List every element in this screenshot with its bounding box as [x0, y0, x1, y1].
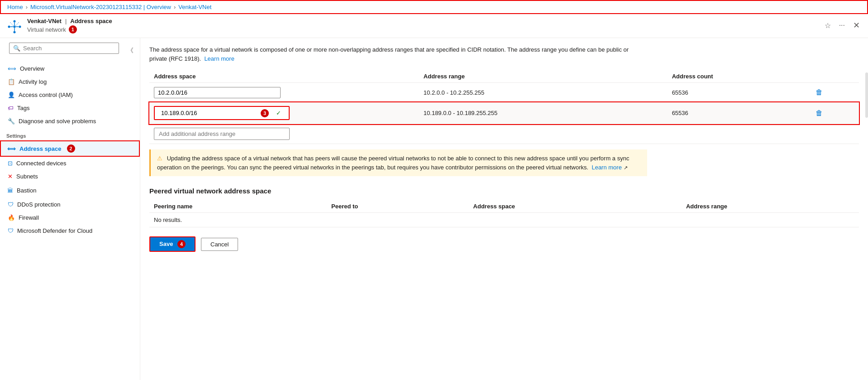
col-address-count: Address count: [668, 70, 810, 83]
svg-point-0: [14, 26, 16, 28]
sidebar-search[interactable]: 🔍: [9, 43, 119, 54]
sidebar-item-activity-log[interactable]: 📋 Activity log: [0, 75, 140, 88]
svg-point-2: [19, 26, 21, 28]
sidebar-item-label: Tags: [17, 105, 29, 111]
tags-icon: 🏷: [8, 105, 14, 111]
address-count-2: 65536: [668, 102, 810, 124]
address-range-2: 10.189.0.0 - 10.189.255.255: [419, 102, 668, 124]
col-address-space: Address space: [149, 70, 419, 83]
sidebar-item-subnets[interactable]: ✕ Subnets: [0, 170, 140, 183]
diagnose-icon: 🔧: [8, 118, 15, 125]
address-range-1: 10.2.0.0 - 10.2.255.255: [419, 83, 668, 102]
svg-point-1: [8, 26, 10, 28]
svg-point-4: [14, 31, 16, 34]
peered-table: Peering name Peered to Address space Add…: [149, 200, 859, 227]
svg-point-3: [14, 20, 16, 23]
breadcrumb-vnet-name[interactable]: Venkat-VNet: [178, 4, 211, 10]
search-input[interactable]: [23, 45, 115, 52]
bastion-icon: 🏛: [7, 187, 13, 194]
col-address-range: Address range: [419, 70, 668, 83]
overview-icon: ⟺: [8, 65, 16, 72]
sidebar-item-label: Connected devices: [16, 160, 67, 167]
subnets-icon: ✕: [8, 173, 13, 180]
description-text: The address space for a virtual network …: [149, 45, 647, 63]
breadcrumb-home[interactable]: Home: [7, 4, 23, 10]
action-row: Save 4 Cancel: [149, 236, 859, 252]
sidebar-item-label: DDoS protection: [17, 201, 60, 208]
sidebar-item-overview[interactable]: ⟺ Overview: [0, 62, 140, 75]
col-peered-address-range: Address range: [682, 200, 859, 213]
address-space-input-1[interactable]: [154, 87, 281, 98]
address-space-table: Address space Address range Address coun…: [149, 70, 859, 144]
table-row-highlighted: 3 ✓ 10.189.0.0 - 10.189.255.255 65536 🗑: [149, 102, 859, 124]
warning-icon: ⚠: [157, 155, 162, 162]
no-results-text: No results.: [149, 213, 859, 227]
breadcrumb-vnet-overview[interactable]: Microsoft.VirtualNetwork-20230123115332 …: [30, 4, 171, 10]
check-icon: ✓: [276, 110, 281, 116]
svg-line-9: [10, 23, 14, 26]
sidebar-item-label: Firewall: [19, 214, 39, 221]
access-icon: 👤: [8, 91, 15, 98]
page-title: Venkat-VNet | Address space: [27, 18, 112, 24]
save-button[interactable]: Save 4: [149, 236, 196, 252]
vnet-icon: [6, 19, 23, 35]
badge-1: 1: [69, 25, 77, 34]
search-icon: 🔍: [13, 45, 20, 52]
more-options-button[interactable]: ···: [837, 20, 847, 30]
breadcrumb: Home › Microsoft.VirtualNetwork-20230123…: [0, 0, 868, 14]
sidebar-item-tags[interactable]: 🏷 Tags: [0, 101, 140, 115]
sidebar-item-connected-devices[interactable]: ⊡ Connected devices: [0, 157, 140, 170]
badge-3: 3: [261, 109, 269, 117]
warning-box: ⚠ Updating the address space of a virtua…: [149, 149, 647, 176]
sidebar-item-label: Activity log: [19, 78, 47, 85]
defender-icon: 🛡: [8, 227, 14, 234]
peered-section-title: Peered virtual network address space: [149, 187, 859, 195]
col-peering-name: Peering name: [149, 200, 327, 213]
sidebar-item-label: Subnets: [16, 173, 38, 180]
add-range-row: [149, 124, 859, 144]
body-layout: 🔍 《 ⟺ Overview 📋 Activity log 👤 Access c…: [0, 38, 868, 380]
sidebar-item-label: Diagnose and solve problems: [19, 118, 96, 125]
badge-4: 4: [177, 240, 186, 248]
sidebar: 🔍 《 ⟺ Overview 📋 Activity log 👤 Access c…: [0, 38, 140, 380]
sidebar-item-defender[interactable]: 🛡 Microsoft Defender for Cloud: [0, 224, 140, 237]
main-content: The address space for a virtual network …: [140, 38, 868, 380]
cancel-button[interactable]: Cancel: [201, 238, 238, 251]
address-count-1: 65536: [668, 83, 810, 102]
delete-row-1-button[interactable]: 🗑: [814, 87, 825, 98]
ddos-icon: 🛡: [8, 201, 14, 208]
favorite-button[interactable]: ☆: [823, 20, 833, 31]
sidebar-item-label: Microsoft Defender for Cloud: [17, 227, 92, 234]
sidebar-item-label: Overview: [20, 65, 44, 72]
sidebar-item-label: Address space: [19, 145, 62, 152]
page-header: Venkat-VNet | Address space Virtual netw…: [0, 14, 868, 38]
sidebar-item-label: Access control (IAM): [19, 91, 73, 98]
connected-icon: ⊡: [8, 160, 13, 167]
settings-section-label: Settings: [0, 128, 140, 140]
close-button[interactable]: ✕: [851, 19, 862, 31]
collapse-sidebar-button[interactable]: 《: [125, 47, 135, 55]
table-row: 10.2.0.0 - 10.2.255.255 65536 🗑: [149, 83, 859, 102]
sidebar-item-diagnose[interactable]: 🔧 Diagnose and solve problems: [0, 115, 140, 128]
address-space-input-2[interactable]: [157, 108, 257, 118]
sidebar-item-firewall[interactable]: 🔥 Firewall: [0, 211, 140, 224]
warning-learn-more-link[interactable]: Learn more: [591, 164, 621, 171]
svg-line-10: [16, 23, 19, 26]
sidebar-item-address-space[interactable]: ⟺ Address space 2: [0, 140, 140, 157]
add-range-input[interactable]: [154, 128, 290, 140]
address-icon: ⟺: [7, 145, 16, 152]
firewall-icon: 🔥: [8, 214, 15, 221]
sidebar-item-ddos[interactable]: 🛡 DDoS protection: [0, 198, 140, 211]
peered-section: Peered virtual network address space Pee…: [149, 187, 859, 227]
sidebar-item-bastion[interactable]: 🏛 Bastion: [0, 183, 140, 198]
col-peered-to: Peered to: [327, 200, 469, 213]
activity-icon: 📋: [8, 78, 15, 85]
no-results-row: No results.: [149, 213, 859, 227]
sidebar-item-access-control[interactable]: 👤 Access control (IAM): [0, 88, 140, 101]
learn-more-link[interactable]: Learn more: [204, 55, 234, 62]
badge-2: 2: [67, 144, 75, 153]
col-peered-address-space: Address space: [469, 200, 682, 213]
delete-row-2-button[interactable]: 🗑: [814, 107, 825, 119]
sidebar-item-label: Bastion: [17, 187, 36, 194]
